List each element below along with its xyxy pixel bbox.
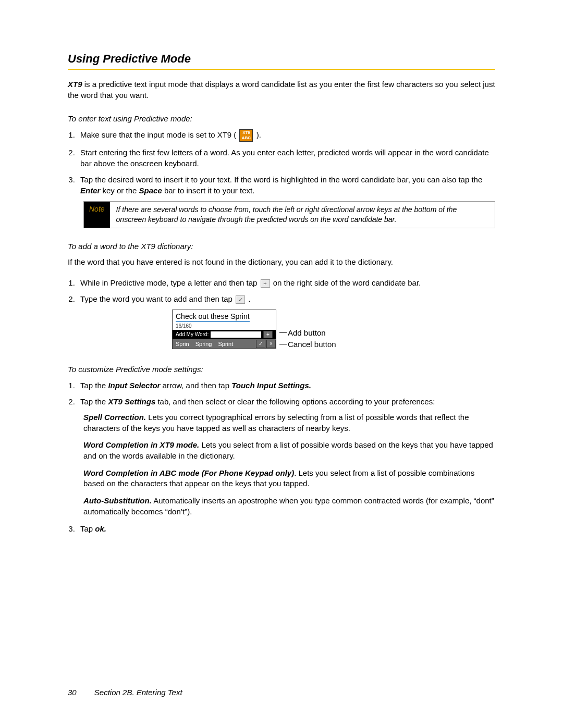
cust-2b: XT9 Settings (108, 397, 155, 406)
step-2: Start entering the first few letters of … (77, 147, 495, 169)
note-text: If there are several words to choose fro… (110, 202, 495, 228)
add-step-1b: on the right side of the word candidate … (273, 278, 421, 287)
subheading-add-word: To add a word to the XT9 dictionary: (68, 242, 495, 251)
add-step-1: While in Predictive mode, type a letter … (77, 277, 495, 288)
document-page: Using Predictive Mode XT9 is a predictiv… (0, 0, 563, 571)
step-1-text-b: ). (256, 130, 261, 139)
mock-add-field (211, 331, 261, 338)
subheading-enter-text: To enter text using Predictive mode: (68, 114, 495, 123)
step-3-a: Tap the desired word to insert it to you… (80, 175, 482, 184)
step-3-mid: key or the (100, 186, 139, 195)
add-word-intro: If the word that you have entered is not… (68, 257, 495, 268)
cust-3b: ok. (95, 524, 106, 533)
screenshot-mock: Check out these Sprint 16/160 Add My Wor… (172, 310, 495, 351)
intro-rest: is a predictive text input mode that dis… (68, 80, 495, 100)
add-step-2a: Type the word you want to add and then t… (80, 294, 235, 303)
option-auto-substitution: Auto-Substitution. Automatically inserts… (83, 496, 495, 517)
xt9-icon-bottom: ABC (240, 136, 252, 140)
add-step-2: Type the word you want to add and then t… (77, 293, 495, 304)
page-number: 30 (68, 688, 77, 697)
callout-add: Add button (288, 328, 326, 337)
callout-cancel: Cancel button (288, 340, 336, 349)
cust-step-2: Tap the XT9 Settings tab, and then selec… (77, 396, 495, 407)
cust-1b: Input Selector (108, 381, 160, 390)
page-footer: 30 Section 2B. Entering Text (68, 688, 182, 697)
mock-char-count: 16/160 (173, 323, 276, 330)
mock-add-label: Add My Word: (176, 331, 209, 337)
opt4-head: Auto-Substitution. (83, 496, 152, 505)
cust-2c: tab, and then select or clear the follow… (155, 397, 435, 406)
intro-paragraph: XT9 is a predictive text input mode that… (68, 79, 495, 101)
check-icon: ✓ (236, 295, 245, 304)
page-title: Using Predictive Mode (68, 52, 495, 70)
xt9-icon-top: XT9 (240, 131, 252, 135)
cust-step-1: Tap the Input Selector arrow, and then t… (77, 380, 495, 391)
step-3-b: bar to insert it to your text. (162, 186, 255, 195)
mock-cand-x: × (266, 340, 276, 348)
mock-typed-text: Check out these Sprint (176, 312, 250, 322)
xt9-icon: XT9 ABC (239, 129, 253, 142)
cust-3a: Tap (80, 524, 95, 533)
mock-cand-3: Sprint (215, 341, 236, 347)
mock-candidate-row: Sprin Spring Sprint ✓ × (173, 339, 276, 349)
mock-add-row: Add My Word: + (173, 330, 276, 339)
mock-cand-2: Spring (192, 341, 215, 347)
cust-1c: arrow, and then tap (160, 381, 231, 390)
steps-customize: Tap the Input Selector arrow, and then t… (77, 380, 495, 407)
step-1-text-a: Make sure that the input mode is set to … (80, 130, 238, 139)
option-spell-correction: Spell Correction. Lets you correct typog… (83, 412, 495, 434)
mock-callouts: Add button Cancel button (279, 310, 363, 351)
intro-lead: XT9 (68, 80, 82, 89)
add-step-1a: While in Predictive mode, type a letter … (80, 278, 260, 287)
option-word-completion-xt9: Word Completion in XT9 mode. Lets you se… (83, 440, 495, 461)
step-1: Make sure that the input mode is set to … (77, 129, 495, 142)
mock-device: Check out these Sprint 16/160 Add My Wor… (172, 310, 276, 349)
step-3-enter: Enter (80, 186, 100, 195)
section-label: Section 2B. Entering Text (94, 688, 182, 697)
steps-customize-cont: Tap ok. (77, 523, 495, 534)
plus-icon: + (261, 279, 270, 288)
step-3-space: Space (139, 186, 162, 195)
opt2-head: Word Completion in XT9 mode. (83, 440, 199, 449)
steps-enter-text: Make sure that the input mode is set to … (77, 129, 495, 196)
add-step-2b: . (248, 294, 250, 303)
cust-1d: Touch Input Settings. (231, 381, 311, 390)
opt3-head: Word Completion in ABC mode (For Phone K… (83, 468, 294, 477)
mock-cand-check: ✓ (256, 340, 265, 348)
mock-textarea: Check out these Sprint (173, 310, 276, 323)
cust-step-3: Tap ok. (77, 523, 495, 534)
step-3: Tap the desired word to insert it to you… (77, 174, 495, 196)
mock-cand-1: Sprin (173, 341, 192, 347)
note-label: Note (84, 202, 110, 228)
option-word-completion-abc: Word Completion in ABC mode (For Phone K… (83, 468, 495, 489)
cust-1a: Tap the (80, 381, 108, 390)
mock-add-plus: + (263, 331, 273, 338)
opt1-head: Spell Correction. (83, 413, 146, 422)
subheading-customize: To customize Predictive mode settings: (68, 365, 495, 374)
cust-2a: Tap the (80, 397, 108, 406)
steps-add-word: While in Predictive mode, type a letter … (77, 277, 495, 304)
note-box: Note If there are several words to choos… (83, 201, 495, 228)
